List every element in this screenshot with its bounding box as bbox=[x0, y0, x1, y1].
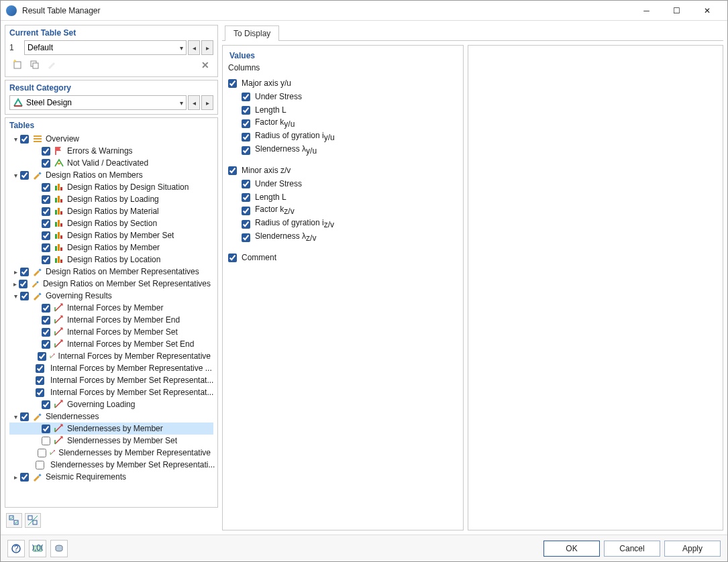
tree-checkbox[interactable] bbox=[42, 219, 50, 228]
value-checkbox[interactable] bbox=[242, 220, 250, 229]
chevron-right-icon[interactable]: ▸ bbox=[11, 268, 20, 276]
tree-item[interactable]: ▾Internal Forces by Member Set Represent… bbox=[9, 386, 213, 398]
tree-checkbox[interactable] bbox=[42, 340, 50, 349]
tree-item[interactable]: ▾Slendernesses bbox=[9, 410, 213, 423]
tree-checkbox[interactable] bbox=[42, 328, 50, 337]
ok-button[interactable]: OK bbox=[543, 541, 600, 557]
tree-checkbox[interactable] bbox=[42, 147, 50, 156]
value-checkbox[interactable] bbox=[242, 93, 250, 101]
chevron-down-icon[interactable]: ▾ bbox=[11, 413, 20, 420]
value-checkbox[interactable] bbox=[242, 119, 250, 128]
tree-item[interactable]: ▾Design Ratios by Member bbox=[9, 241, 213, 254]
chevron-down-icon[interactable]: ▾ bbox=[11, 292, 20, 300]
result-category-combo[interactable]: Steel Design ▾ bbox=[9, 95, 187, 110]
value-checkbox[interactable] bbox=[242, 180, 250, 188]
tree-item[interactable]: ▾Slendernesses by Member Set Representat… bbox=[9, 459, 213, 471]
tree-item[interactable]: ▾Design Ratios by Member Set bbox=[9, 229, 213, 241]
tree-checkbox[interactable] bbox=[36, 388, 44, 397]
category-next-button[interactable]: ▸ bbox=[201, 95, 213, 110]
tree-checkbox[interactable] bbox=[36, 376, 44, 385]
tree-checkbox[interactable] bbox=[20, 292, 29, 300]
comment-checkbox[interactable] bbox=[228, 254, 237, 262]
tree-item[interactable]: ▸Design Ratios on Member Set Representat… bbox=[9, 278, 213, 290]
tree-checkbox[interactable] bbox=[42, 316, 50, 325]
tree-checkbox[interactable] bbox=[36, 364, 44, 373]
tree-checkbox[interactable] bbox=[36, 461, 44, 469]
tree-checkbox[interactable] bbox=[42, 195, 50, 204]
tree-item[interactable]: ▾Overview bbox=[9, 133, 213, 145]
tables-tree[interactable]: ▾Overview▾Errors & Warnings▾Not Valid / … bbox=[9, 133, 213, 483]
tree-checkbox[interactable] bbox=[38, 352, 46, 361]
tree-item[interactable]: ▸Seismic Requirements bbox=[9, 471, 213, 483]
tree-item[interactable]: ▸Design Ratios on Member Representatives bbox=[9, 266, 213, 278]
units-button[interactable]: 0,00 bbox=[29, 540, 46, 557]
copy-table-set-button[interactable] bbox=[27, 58, 43, 72]
help-button[interactable]: ? bbox=[7, 540, 25, 557]
chevron-down-icon[interactable]: ▾ bbox=[11, 135, 20, 143]
tree-item[interactable]: ▾Not Valid / Deactivated bbox=[9, 157, 213, 169]
value-checkbox[interactable] bbox=[228, 166, 237, 175]
tree-item[interactable]: ▾Internal Forces by Member Set bbox=[9, 326, 213, 338]
new-table-set-button[interactable] bbox=[9, 58, 25, 72]
chevron-right-icon[interactable]: ▸ bbox=[11, 280, 19, 288]
tree-checkbox[interactable] bbox=[42, 231, 50, 240]
cancel-button[interactable]: Cancel bbox=[604, 541, 660, 557]
tree-item[interactable]: ▾Errors & Warnings bbox=[9, 145, 213, 157]
tree-item[interactable]: ▾Design Ratios on Members bbox=[9, 169, 213, 181]
tree-item[interactable]: ▾Internal Forces by Member bbox=[9, 302, 213, 314]
tree-checkbox[interactable] bbox=[42, 159, 50, 168]
tree-item[interactable]: ▾Internal Forces by Member Representativ… bbox=[9, 350, 213, 362]
apply-button[interactable]: Apply bbox=[664, 541, 721, 557]
delete-table-set-button[interactable]: ✕ bbox=[197, 58, 213, 72]
uncheck-all-button[interactable] bbox=[25, 513, 41, 528]
maximize-button[interactable]: ☐ bbox=[662, 1, 692, 21]
tree-item[interactable]: ▾Internal Forces by Member Set End bbox=[9, 338, 213, 350]
tree-checkbox[interactable] bbox=[20, 473, 29, 482]
tree-checkbox[interactable] bbox=[42, 243, 50, 252]
tab-to-display[interactable]: To Display bbox=[225, 25, 279, 41]
value-checkbox[interactable] bbox=[242, 133, 250, 142]
value-checkbox[interactable] bbox=[242, 193, 250, 202]
tree-item[interactable]: ▾Design Ratios by Material bbox=[9, 205, 213, 217]
tree-checkbox[interactable] bbox=[42, 400, 50, 409]
tree-checkbox[interactable] bbox=[42, 183, 50, 192]
tree-checkbox[interactable] bbox=[42, 425, 50, 433]
tree-item[interactable]: ▾Design Ratios by Section bbox=[9, 217, 213, 229]
tree-checkbox[interactable] bbox=[20, 135, 29, 144]
category-prev-button[interactable]: ◂ bbox=[188, 95, 200, 110]
tree-item[interactable]: ▾Governing Results bbox=[9, 290, 213, 302]
chevron-right-icon[interactable]: ▸ bbox=[11, 473, 20, 481]
tree-checkbox[interactable] bbox=[20, 268, 29, 276]
table-set-prev-button[interactable]: ◂ bbox=[188, 40, 200, 55]
tree-item[interactable]: ▾Internal Forces by Member Representativ… bbox=[9, 362, 213, 374]
tree-item[interactable]: ▾Slendernesses by Member Representative bbox=[9, 447, 213, 459]
tree-checkbox[interactable] bbox=[42, 304, 50, 313]
value-checkbox[interactable] bbox=[228, 79, 237, 88]
tree-item[interactable]: ▾Design Ratios by Design Situation bbox=[9, 181, 213, 193]
minimize-button[interactable]: ─ bbox=[631, 1, 662, 21]
table-set-combo[interactable]: Default ▾ bbox=[24, 40, 187, 55]
tree-checkbox[interactable] bbox=[42, 256, 50, 264]
check-all-button[interactable] bbox=[6, 513, 22, 528]
tree-checkbox[interactable] bbox=[42, 207, 50, 216]
tree-item[interactable]: ▾Internal Forces by Member Set Represent… bbox=[9, 374, 213, 386]
value-checkbox[interactable] bbox=[242, 207, 250, 215]
tree-item[interactable]: ▾Slendernesses by Member Set bbox=[9, 435, 213, 447]
tree-item[interactable]: ▾Internal Forces by Member End bbox=[9, 314, 213, 326]
tree-item[interactable]: ▾Design Ratios by Location bbox=[9, 254, 213, 266]
tree-item[interactable]: ▾Slendernesses by Member bbox=[9, 423, 213, 435]
tree-checkbox[interactable] bbox=[42, 437, 50, 445]
value-checkbox[interactable] bbox=[242, 106, 250, 115]
tree-item[interactable]: ▾Governing Loading bbox=[9, 398, 213, 410]
tree-checkbox[interactable] bbox=[19, 280, 28, 288]
tree-item[interactable]: ▾Design Ratios by Loading bbox=[9, 193, 213, 205]
table-set-next-button[interactable]: ▸ bbox=[201, 40, 213, 55]
value-checkbox[interactable] bbox=[242, 233, 250, 242]
close-button[interactable]: ✕ bbox=[692, 1, 722, 21]
tree-checkbox[interactable] bbox=[38, 449, 46, 457]
tree-checkbox[interactable] bbox=[20, 171, 29, 180]
export-button[interactable] bbox=[50, 540, 68, 557]
value-checkbox[interactable] bbox=[242, 146, 250, 155]
chevron-down-icon[interactable]: ▾ bbox=[11, 172, 20, 179]
tree-checkbox[interactable] bbox=[20, 412, 29, 421]
